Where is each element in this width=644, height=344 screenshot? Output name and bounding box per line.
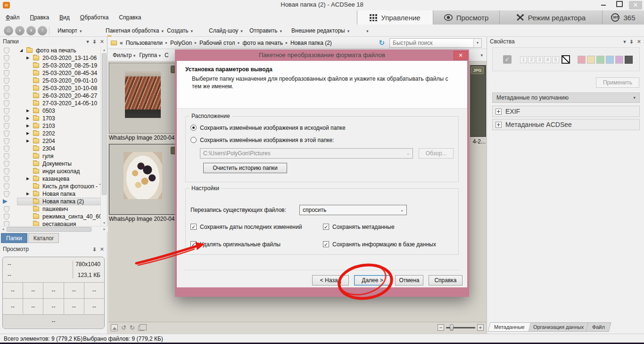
tag-shield-icon[interactable] <box>4 131 9 137</box>
panel-close-icon[interactable]: ✕ <box>100 37 104 47</box>
file-item[interactable]: WhatsApp Image 2020-04 <box>109 63 176 142</box>
tag-shield-icon[interactable] <box>4 85 9 92</box>
metadata-default-dropdown[interactable]: Метаданные по умолчанию ▾ <box>492 92 640 103</box>
folder-tree-item[interactable]: 25-03-2020_08-45-34 <box>0 69 101 77</box>
rating-5[interactable]: 5 <box>552 56 559 63</box>
next-button[interactable]: Далее > <box>354 275 391 285</box>
tag-checkbox[interactable]: ✓ <box>503 55 512 64</box>
exif-section-header[interactable]: EXIF <box>492 106 640 117</box>
tag-shield-icon[interactable] <box>4 138 9 144</box>
breadcrumb-item[interactable]: фото на печать <box>242 40 282 46</box>
folder-tree-item[interactable]: 25-03-2020_08-25-19 <box>0 62 101 69</box>
expand-plus-icon[interactable] <box>495 109 502 115</box>
folder-tree-item[interactable]: ▶Новая папка <box>0 190 101 198</box>
folder-tree-item[interactable]: инди шоколад <box>0 168 101 175</box>
folder-tree-item[interactable]: Кисть для фотошоп - Те <box>0 183 101 190</box>
mode-manage-button[interactable]: Управление <box>357 10 433 25</box>
maximize-button[interactable] <box>613 1 626 9</box>
folder-tree-item[interactable]: гуля <box>0 152 101 160</box>
tag-shield-icon[interactable] <box>4 63 9 69</box>
tab-catalog[interactable]: Каталог <box>28 233 59 243</box>
tag-shield-icon[interactable] <box>4 55 9 61</box>
breadcrumb-item[interactable]: Пользователи <box>126 40 163 46</box>
panel-close-icon[interactable]: ✕ <box>100 244 104 254</box>
color-label-gray[interactable] <box>625 56 633 64</box>
tag-shield-icon[interactable] <box>4 123 9 129</box>
folder-tree-item[interactable]: пашкевич <box>0 205 101 213</box>
stack-icon[interactable] <box>138 326 144 331</box>
clear-folder-history-button[interactable]: Очистить историю папки <box>203 163 287 173</box>
folder-tree-item[interactable]: ▶1703 <box>0 115 101 122</box>
menu-help[interactable]: Справка <box>119 14 141 21</box>
sort-menu-button[interactable]: С <box>165 52 169 59</box>
menu-view[interactable]: Вид <box>59 14 70 21</box>
color-label-green[interactable] <box>596 56 604 64</box>
expander-expanded-icon[interactable]: ◢ <box>20 47 23 54</box>
file-item-partial[interactable]: JPG <box>470 65 486 137</box>
create-menu-button[interactable]: Создать▾ <box>167 25 193 37</box>
color-label-blue[interactable] <box>606 56 614 64</box>
back-button[interactable]: ‹ <box>15 26 25 35</box>
import-menu-button[interactable]: Импорт▾ <box>58 25 82 37</box>
color-label-purple[interactable] <box>615 56 623 64</box>
acdsee-metadata-section-header[interactable]: Метаданные ACDSee <box>492 119 640 130</box>
cancel-button[interactable]: Отмена <box>395 275 423 285</box>
expander-collapsed-icon[interactable]: ▶ <box>26 122 29 130</box>
preview-toggle-icon[interactable] <box>111 324 118 331</box>
menu-edit[interactable]: Правка <box>30 14 50 21</box>
send-menu-button[interactable]: Отправить▾ <box>249 25 282 37</box>
chevron-down-icon[interactable]: ▾ <box>480 53 483 58</box>
expander-collapsed-icon[interactable]: ▶ <box>26 107 29 115</box>
folder-tree-item[interactable]: реставрация <box>0 220 101 226</box>
tree-horizontal-scrollbar[interactable]: ◂ ▸ <box>0 226 107 232</box>
checkbox-delete-originals[interactable]: ✓ <box>190 241 197 247</box>
mode-edit-button[interactable]: Режим редактора <box>499 10 602 25</box>
destination-path-combo[interactable]: C:\Users\PolyGon\Pictures ⌄ <box>200 148 413 159</box>
tag-shield-icon[interactable] <box>4 48 9 54</box>
expander-collapsed-icon[interactable]: ▶ <box>26 190 29 198</box>
folder-tree-item[interactable]: Документы <box>0 160 101 168</box>
radio-save-in-source[interactable] <box>190 125 197 131</box>
tag-shield-icon[interactable] <box>4 70 9 76</box>
tag-shield-icon[interactable] <box>4 146 9 152</box>
mode-365-button[interactable]: 365 365 <box>602 10 644 25</box>
tag-shield-icon[interactable] <box>4 206 9 212</box>
tag-shield-icon[interactable] <box>4 176 9 182</box>
tab-folders[interactable]: Папки <box>1 233 27 243</box>
zoom-out-button[interactable]: − <box>438 324 444 331</box>
checkbox-keep-dates[interactable]: ✓ <box>190 224 197 230</box>
search-dropdown-icon[interactable]: ▾ <box>473 39 481 47</box>
folder-tree-item[interactable]: ▶0503 <box>0 107 101 115</box>
filter-menu-button[interactable]: Фильтр ▾ <box>113 52 135 59</box>
folder-tree-item[interactable]: ▶2204 <box>0 137 101 145</box>
help-button[interactable]: Справка <box>429 275 462 285</box>
breadcrumb-item[interactable]: Рабочий стол <box>199 40 235 46</box>
rotate-left-icon[interactable]: ↺ <box>121 324 126 331</box>
color-label-red[interactable] <box>578 56 586 64</box>
mode-view-button[interactable]: Просмотр <box>433 10 499 25</box>
folder-tree-root[interactable]: ◢ фото на печать <box>0 47 101 54</box>
rotate-right-icon[interactable]: ↻ <box>130 324 135 331</box>
up-button[interactable]: ↑ <box>38 26 47 35</box>
scroll-right-icon[interactable]: ▸ <box>101 227 107 232</box>
rating-3[interactable]: 3 <box>536 56 543 63</box>
breadcrumb-item[interactable]: PolyGon <box>170 40 192 46</box>
overwrite-mode-combo[interactable]: спросить ⌄ <box>299 205 407 215</box>
expander-collapsed-icon[interactable]: ▶ <box>26 137 29 145</box>
toolbar-overflow-button[interactable]: ▾ <box>364 25 369 37</box>
rating-1[interactable]: 1 <box>520 56 527 63</box>
tag-shield-icon[interactable] <box>4 116 9 122</box>
scroll-left-icon[interactable]: ◂ <box>0 227 6 232</box>
zoom-in-button[interactable]: + <box>477 324 484 331</box>
expander-collapsed-icon[interactable]: ▶ <box>26 130 29 137</box>
external-editors-menu-button[interactable]: Внешние редакторы▾ <box>291 25 349 37</box>
tag-shield-icon[interactable] <box>4 184 9 190</box>
breadcrumb-item-current[interactable]: Новая папка (2) <box>290 40 332 46</box>
tag-shield-icon[interactable] <box>4 93 9 99</box>
forward-button[interactable]: › <box>26 26 36 35</box>
folder-tree-item[interactable]: 27-03-2020_14-05-10 <box>0 100 101 107</box>
batch-menu-button[interactable]: Пакетная обработка▾ <box>106 25 164 37</box>
menu-process[interactable]: Обработка <box>80 14 109 21</box>
checkbox-keep-metadata[interactable]: ✓ <box>323 224 329 230</box>
scroll-up-icon[interactable]: ▴ <box>101 47 107 53</box>
